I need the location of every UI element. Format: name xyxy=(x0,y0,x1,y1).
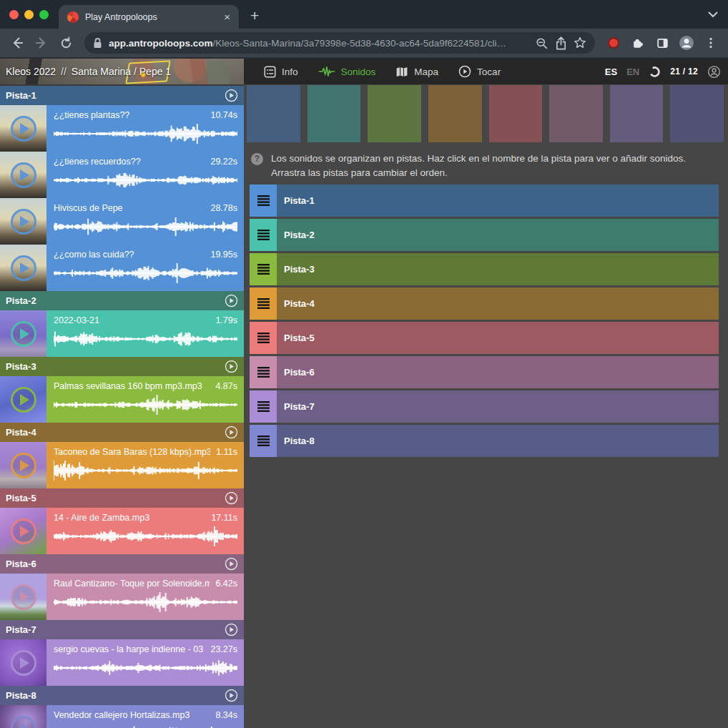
waveform[interactable] xyxy=(54,261,237,285)
drag-handle[interactable] xyxy=(250,425,277,457)
waveform[interactable] xyxy=(54,122,237,146)
track-play-button[interactable] xyxy=(225,426,238,439)
recording-extension-icon[interactable] xyxy=(604,33,624,53)
audio-clip[interactable]: 2022-03-21 1.79s xyxy=(0,310,244,357)
track-play-button[interactable] xyxy=(225,689,238,702)
sidebar-track-header[interactable]: Pista-7 xyxy=(0,620,244,639)
clip-thumbnail[interactable] xyxy=(0,508,46,554)
tab-close-icon[interactable]: × xyxy=(224,11,230,22)
clip-thumbnail[interactable] xyxy=(0,105,46,152)
sidebar-track-header[interactable]: Pista-4 xyxy=(0,423,244,442)
waveform[interactable] xyxy=(54,168,237,192)
track-play-button[interactable] xyxy=(225,491,238,505)
track-play-button[interactable] xyxy=(225,360,238,373)
drag-handle[interactable] xyxy=(250,356,277,388)
url-bar[interactable]: app.antropoloops.com/Kleos-Santa-Marina/… xyxy=(84,32,595,54)
audio-clip[interactable]: Taconeo de Sara Baras (128 kbps).mp3 1.1… xyxy=(0,442,244,488)
window-close-button[interactable] xyxy=(9,10,19,19)
forward-icon[interactable] xyxy=(31,33,51,53)
drag-handle[interactable] xyxy=(250,287,277,320)
clip-play-icon[interactable] xyxy=(11,321,36,347)
track-row[interactable]: Pista-4 xyxy=(250,287,719,320)
clip-play-icon[interactable] xyxy=(11,584,36,610)
drag-handle[interactable] xyxy=(250,390,277,423)
track-play-button[interactable] xyxy=(225,89,238,102)
audio-clip[interactable]: sergio cuevas - la harpe indienne - 03 -… xyxy=(0,639,244,686)
back-icon[interactable] xyxy=(7,33,27,53)
waveform[interactable] xyxy=(54,722,237,728)
clip-thumbnail[interactable] xyxy=(0,639,46,686)
reload-icon[interactable] xyxy=(56,33,76,53)
lang-toggle-es[interactable]: ES xyxy=(605,67,617,77)
sidebar-track-header[interactable]: Pista-5 xyxy=(0,488,244,508)
sidebar-track-header[interactable]: Pista-2 xyxy=(0,291,244,310)
lang-toggle-en[interactable]: EN xyxy=(626,67,639,77)
clip-play-icon[interactable] xyxy=(11,518,36,544)
clip-thumbnail[interactable] xyxy=(0,442,46,488)
drag-handle[interactable] xyxy=(250,253,277,285)
waveform[interactable] xyxy=(54,524,237,549)
map-thumbnail[interactable]: Kleos 2022//Santa Marina / Pepe 1 xyxy=(0,59,244,84)
drag-handle[interactable] xyxy=(250,219,277,251)
track-row[interactable]: Pista-7 xyxy=(250,390,719,423)
clip-thumbnail[interactable] xyxy=(0,198,46,245)
sidebar-track-header[interactable]: Pista-6 xyxy=(0,554,244,574)
clip-play-icon[interactable] xyxy=(11,162,36,188)
clip-play-icon[interactable] xyxy=(11,650,36,676)
browser-tab[interactable]: Play Antropoloops × xyxy=(59,5,239,29)
clip-play-icon[interactable] xyxy=(11,716,36,728)
clip-thumbnail[interactable] xyxy=(0,376,46,423)
audio-clip[interactable]: Raul Cantizano- Toque por Solenoide.mp3 … xyxy=(0,574,244,620)
waveform[interactable] xyxy=(54,215,237,239)
audio-clip[interactable]: Hiviscus de Pepe 28.78s xyxy=(0,198,244,245)
clip-play-icon[interactable] xyxy=(11,453,36,478)
clip-thumbnail[interactable] xyxy=(0,310,46,357)
bookmark-star-icon[interactable] xyxy=(574,36,586,49)
clip-play-icon[interactable] xyxy=(11,255,36,281)
drag-handle[interactable] xyxy=(250,185,277,217)
zoom-out-icon[interactable] xyxy=(535,36,549,50)
waveform[interactable] xyxy=(54,327,237,351)
nav-item-tocar[interactable]: Tocar xyxy=(458,65,501,78)
track-row[interactable]: Pista-5 xyxy=(250,322,719,354)
waveform[interactable] xyxy=(54,656,237,680)
audio-clip[interactable]: ¿¿tienes plantas?? 10.74s xyxy=(0,105,244,152)
browser-menu-icon[interactable] xyxy=(701,33,721,53)
track-row[interactable]: Pista-2 xyxy=(250,219,719,251)
sidebar-track-header[interactable]: Pista-8 xyxy=(0,686,244,705)
audio-clip[interactable]: Palmas sevillanas 160 bpm mp3.mp3 4.87s xyxy=(0,376,244,423)
clip-thumbnail[interactable] xyxy=(0,705,46,728)
window-minimize-button[interactable] xyxy=(24,10,34,19)
window-zoom-button[interactable] xyxy=(39,10,49,19)
track-play-button[interactable] xyxy=(225,294,238,308)
account-icon[interactable] xyxy=(707,65,721,79)
sidebar-track-header[interactable]: Pista-1 xyxy=(0,86,244,105)
tab-search-chevron-icon[interactable] xyxy=(708,11,718,18)
nav-item-sonidos[interactable]: Sonidos xyxy=(318,66,376,77)
extensions-puzzle-icon[interactable] xyxy=(628,33,648,53)
track-row[interactable]: Pista-8 xyxy=(250,425,719,457)
waveform[interactable] xyxy=(54,458,237,483)
sidebar-track-header[interactable]: Pista-3 xyxy=(0,357,244,376)
new-tab-button[interactable]: + xyxy=(250,7,259,24)
nav-item-mapa[interactable]: Mapa xyxy=(395,66,438,78)
waveform[interactable] xyxy=(54,590,237,614)
share-icon[interactable] xyxy=(555,36,567,50)
track-row[interactable]: Pista-3 xyxy=(250,253,719,285)
clip-play-icon[interactable] xyxy=(11,387,36,413)
waveform[interactable] xyxy=(54,393,237,417)
side-panel-icon[interactable] xyxy=(652,33,672,53)
clip-play-icon[interactable] xyxy=(11,209,36,235)
audio-clip[interactable]: 14 - Aire de Zamba.mp3 17.11s xyxy=(0,508,244,554)
audio-clip[interactable]: ¿¿como las cuida?? 19.95s xyxy=(0,245,244,291)
track-row[interactable]: Pista-6 xyxy=(250,356,719,388)
clip-thumbnail[interactable] xyxy=(0,574,46,620)
track-row[interactable]: Pista-1 xyxy=(250,185,719,217)
nav-item-info[interactable]: Info xyxy=(264,66,298,78)
clip-play-icon[interactable] xyxy=(11,116,36,142)
clip-thumbnail[interactable] xyxy=(0,152,46,198)
drag-handle[interactable] xyxy=(250,322,277,354)
track-play-button[interactable] xyxy=(225,623,238,636)
browser-profile-avatar[interactable] xyxy=(677,33,697,53)
audio-clip[interactable]: ¿¿tienes recuerdos?? 29.22s xyxy=(0,152,244,198)
